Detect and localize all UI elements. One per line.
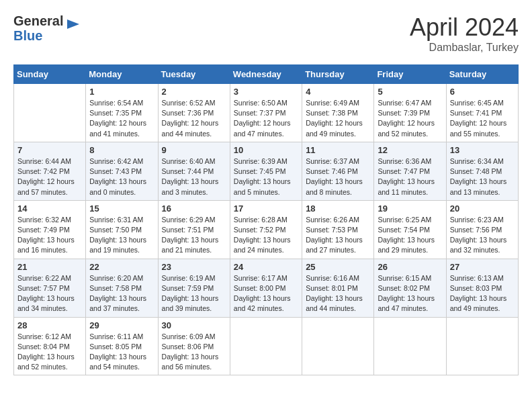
- day-number: 24: [234, 262, 298, 272]
- calendar-header-row: Sunday Monday Tuesday Wednesday Thursday…: [14, 65, 519, 84]
- day-number: 23: [162, 262, 226, 272]
- calendar-week-row: 14 Sunrise: 6:32 AMSunset: 7:49 PMDaylig…: [14, 200, 519, 259]
- day-number: 28: [17, 320, 82, 330]
- header-friday: Friday: [374, 65, 446, 84]
- day-number: 11: [306, 145, 370, 155]
- day-number: 26: [378, 262, 442, 272]
- day-number: 27: [450, 262, 515, 272]
- day-info: Sunrise: 6:47 AMSunset: 7:39 PMDaylight:…: [378, 98, 442, 139]
- logo-arrow-icon: [66, 17, 81, 32]
- day-number: 22: [89, 262, 154, 272]
- table-row: 29 Sunrise: 6:11 AMSunset: 8:05 PMDaylig…: [86, 317, 158, 375]
- day-number: 17: [234, 203, 298, 214]
- table-row: 12 Sunrise: 6:36 AMSunset: 7:47 PMDaylig…: [374, 142, 446, 200]
- day-number: 20: [450, 203, 515, 214]
- day-info: Sunrise: 6:36 AMSunset: 7:47 PMDaylight:…: [378, 156, 442, 197]
- day-number: 30: [162, 320, 226, 330]
- day-info: Sunrise: 6:16 AMSunset: 8:01 PMDaylight:…: [306, 273, 370, 314]
- day-number: 16: [162, 203, 226, 214]
- table-row: 7 Sunrise: 6:44 AMSunset: 7:42 PMDayligh…: [14, 142, 86, 200]
- table-row: 24 Sunrise: 6:17 AMSunset: 8:00 PMDaylig…: [230, 259, 302, 317]
- table-row: 10 Sunrise: 6:39 AMSunset: 7:45 PMDaylig…: [230, 142, 302, 200]
- day-info: Sunrise: 6:20 AMSunset: 7:58 PMDaylight:…: [89, 273, 154, 314]
- table-row: 11 Sunrise: 6:37 AMSunset: 7:46 PMDaylig…: [302, 142, 374, 200]
- table-row: 21 Sunrise: 6:22 AMSunset: 7:57 PMDaylig…: [14, 259, 86, 317]
- day-info: Sunrise: 6:13 AMSunset: 8:03 PMDaylight:…: [450, 273, 515, 314]
- table-row: [446, 317, 518, 375]
- day-info: Sunrise: 6:37 AMSunset: 7:46 PMDaylight:…: [306, 156, 370, 197]
- day-number: 2: [162, 87, 226, 97]
- title-block: April 2024 Dambaslar, Turkey: [410, 13, 519, 54]
- header-saturday: Saturday: [446, 65, 518, 84]
- day-info: Sunrise: 6:31 AMSunset: 7:50 PMDaylight:…: [89, 215, 154, 256]
- month-year-title: April 2024: [410, 13, 519, 42]
- table-row: 28 Sunrise: 6:12 AMSunset: 8:04 PMDaylig…: [14, 317, 86, 375]
- svg-marker-0: [67, 19, 79, 29]
- day-info: Sunrise: 6:19 AMSunset: 7:59 PMDaylight:…: [162, 273, 226, 314]
- day-number: 15: [89, 203, 154, 214]
- logo: General Blue: [13, 13, 81, 43]
- table-row: 18 Sunrise: 6:26 AMSunset: 7:53 PMDaylig…: [302, 200, 374, 259]
- table-row: 25 Sunrise: 6:16 AMSunset: 8:01 PMDaylig…: [302, 259, 374, 317]
- table-row: 5 Sunrise: 6:47 AMSunset: 7:39 PMDayligh…: [374, 84, 446, 142]
- location-subtitle: Dambaslar, Turkey: [410, 42, 519, 54]
- day-info: Sunrise: 6:54 AMSunset: 7:35 PMDaylight:…: [89, 98, 154, 139]
- day-info: Sunrise: 6:45 AMSunset: 7:41 PMDaylight:…: [450, 98, 515, 139]
- table-row: 8 Sunrise: 6:42 AMSunset: 7:43 PMDayligh…: [86, 142, 158, 200]
- day-number: 29: [89, 320, 154, 330]
- table-row: [230, 317, 302, 375]
- day-info: Sunrise: 6:40 AMSunset: 7:44 PMDaylight:…: [162, 156, 226, 197]
- day-info: Sunrise: 6:39 AMSunset: 7:45 PMDaylight:…: [234, 156, 298, 197]
- calendar-week-row: 28 Sunrise: 6:12 AMSunset: 8:04 PMDaylig…: [14, 317, 519, 375]
- day-number: 9: [162, 145, 226, 155]
- day-info: Sunrise: 6:22 AMSunset: 7:57 PMDaylight:…: [17, 273, 82, 314]
- table-row: 19 Sunrise: 6:25 AMSunset: 7:54 PMDaylig…: [374, 200, 446, 259]
- table-row: 6 Sunrise: 6:45 AMSunset: 7:41 PMDayligh…: [446, 84, 518, 142]
- calendar-week-row: 7 Sunrise: 6:44 AMSunset: 7:42 PMDayligh…: [14, 142, 519, 200]
- page-header: General Blue April 2024 Dambaslar, Turke…: [13, 13, 519, 54]
- day-info: Sunrise: 6:28 AMSunset: 7:52 PMDaylight:…: [234, 215, 298, 256]
- day-number: 19: [378, 203, 442, 214]
- day-info: Sunrise: 6:15 AMSunset: 8:02 PMDaylight:…: [378, 273, 442, 314]
- table-row: 27 Sunrise: 6:13 AMSunset: 8:03 PMDaylig…: [446, 259, 518, 317]
- day-number: 10: [234, 145, 298, 155]
- day-info: Sunrise: 6:17 AMSunset: 8:00 PMDaylight:…: [234, 273, 298, 314]
- day-info: Sunrise: 6:42 AMSunset: 7:43 PMDaylight:…: [89, 156, 154, 197]
- table-row: 15 Sunrise: 6:31 AMSunset: 7:50 PMDaylig…: [86, 200, 158, 259]
- day-info: Sunrise: 6:26 AMSunset: 7:53 PMDaylight:…: [306, 215, 370, 256]
- header-monday: Monday: [86, 65, 158, 84]
- table-row: 2 Sunrise: 6:52 AMSunset: 7:36 PMDayligh…: [158, 84, 230, 142]
- table-row: [374, 317, 446, 375]
- table-row: 13 Sunrise: 6:34 AMSunset: 7:48 PMDaylig…: [446, 142, 518, 200]
- table-row: 23 Sunrise: 6:19 AMSunset: 7:59 PMDaylig…: [158, 259, 230, 317]
- day-info: Sunrise: 6:23 AMSunset: 7:56 PMDaylight:…: [450, 215, 515, 256]
- day-number: 25: [306, 262, 370, 272]
- calendar-week-row: 1 Sunrise: 6:54 AMSunset: 7:35 PMDayligh…: [14, 84, 519, 142]
- header-sunday: Sunday: [14, 65, 86, 84]
- day-info: Sunrise: 6:25 AMSunset: 7:54 PMDaylight:…: [378, 215, 442, 256]
- logo-general: General: [13, 13, 63, 28]
- day-number: 18: [306, 203, 370, 214]
- day-number: 14: [17, 203, 82, 214]
- calendar-week-row: 21 Sunrise: 6:22 AMSunset: 7:57 PMDaylig…: [14, 259, 519, 317]
- header-thursday: Thursday: [302, 65, 374, 84]
- day-info: Sunrise: 6:29 AMSunset: 7:51 PMDaylight:…: [162, 215, 226, 256]
- table-row: 14 Sunrise: 6:32 AMSunset: 7:49 PMDaylig…: [14, 200, 86, 259]
- table-row: 26 Sunrise: 6:15 AMSunset: 8:02 PMDaylig…: [374, 259, 446, 317]
- table-row: 22 Sunrise: 6:20 AMSunset: 7:58 PMDaylig…: [86, 259, 158, 317]
- calendar-table: Sunday Monday Tuesday Wednesday Thursday…: [13, 64, 519, 375]
- table-row: 16 Sunrise: 6:29 AMSunset: 7:51 PMDaylig…: [158, 200, 230, 259]
- table-row: 1 Sunrise: 6:54 AMSunset: 7:35 PMDayligh…: [86, 84, 158, 142]
- table-row: [14, 84, 86, 142]
- day-number: 21: [17, 262, 82, 272]
- table-row: 20 Sunrise: 6:23 AMSunset: 7:56 PMDaylig…: [446, 200, 518, 259]
- table-row: 3 Sunrise: 6:50 AMSunset: 7:37 PMDayligh…: [230, 84, 302, 142]
- day-info: Sunrise: 6:12 AMSunset: 8:04 PMDaylight:…: [17, 332, 82, 373]
- day-number: 6: [450, 87, 515, 97]
- day-number: 7: [17, 145, 82, 155]
- day-number: 1: [89, 87, 154, 97]
- day-info: Sunrise: 6:44 AMSunset: 7:42 PMDaylight:…: [17, 156, 82, 197]
- table-row: [302, 317, 374, 375]
- logo-blue: Blue: [13, 28, 42, 43]
- header-tuesday: Tuesday: [158, 65, 230, 84]
